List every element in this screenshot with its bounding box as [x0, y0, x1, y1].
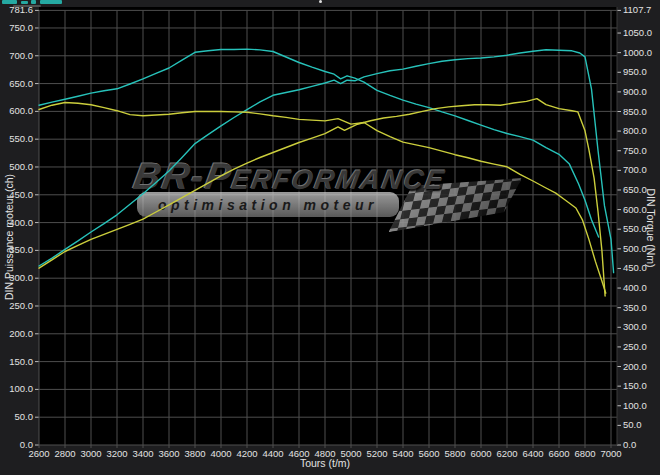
power-stock-curve — [39, 99, 605, 296]
dyno-chart-figure: 0.050.0100.0150.0200.0250.0300.0350.0400… — [0, 0, 660, 475]
torque-tuned-curve — [39, 49, 599, 237]
torque-stock-curve — [39, 103, 606, 294]
legend-fragment-piece — [2, 0, 17, 4]
y-axis-label-left: DIN Puissance moteur (ch) — [3, 174, 15, 300]
legend-fragment-piece — [31, 0, 36, 4]
legend-fragment-piece — [40, 0, 62, 4]
legend-fragment-piece — [13, 5, 41, 7]
chart-curves-layer — [0, 0, 660, 475]
x-axis-label: Tours (t/m) — [300, 457, 350, 469]
truncated-title-dot — [319, 0, 322, 3]
y-axis-label-right: DIN Torque (Nm) — [645, 188, 657, 267]
legend-fragment-piece — [21, 1, 28, 4]
power-tuned-curve — [39, 50, 614, 273]
